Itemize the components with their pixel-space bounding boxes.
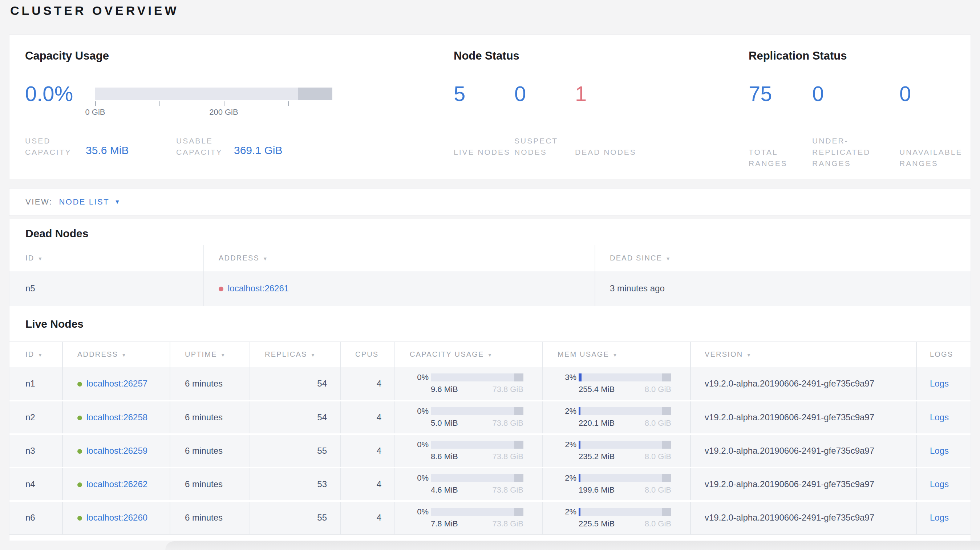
capacity-percent-value: 0.0% <box>25 83 87 105</box>
mem-percent: 2% <box>558 473 576 483</box>
capacity-mini-reserved <box>514 441 524 449</box>
capacity-usage-cell: 0% 5.0 MiB 73.8 GiB <box>395 401 542 434</box>
live-nodes-heading: Live Nodes <box>10 306 970 342</box>
capacity-total-value: 73.8 GiB <box>492 385 523 394</box>
logs-cell: Logs <box>916 401 970 434</box>
logs-link[interactable]: Logs <box>930 378 949 388</box>
capacity-usage-cell: 0% 7.8 MiB 73.8 GiB <box>395 501 542 534</box>
axis-tick <box>95 101 96 106</box>
view-label: VIEW: <box>25 197 52 207</box>
logs-link[interactable]: Logs <box>930 479 949 489</box>
live-node-row: n2 localhost:26258 6 minutes 54 4 0% 5.0… <box>10 401 970 434</box>
dead-col-address[interactable]: ADDRESS▼ <box>204 245 595 271</box>
node-id-cell: n2 <box>10 401 62 434</box>
replication-status-values: 75 0 0 <box>749 83 911 105</box>
mem-total-value: 8.0 GiB <box>645 485 671 495</box>
node-status-values: 5 0 1 <box>454 83 587 105</box>
capacity-gauge: 0.0% 0 GiB 200 GiB <box>25 83 332 105</box>
mem-mini-bar <box>579 441 671 449</box>
sort-icon: ▼ <box>665 256 671 262</box>
mem-mini-reserved <box>662 474 671 482</box>
capacity-percent: 0% <box>410 507 429 517</box>
node-address-cell: localhost:26262 <box>62 467 170 501</box>
usable-capacity-value: 369.1 GiB <box>234 144 282 158</box>
mem-total-value: 8.0 GiB <box>645 418 671 428</box>
mem-mini-bar <box>579 374 671 382</box>
logs-link[interactable]: Logs <box>930 513 949 522</box>
node-address-cell: localhost:26258 <box>62 401 170 434</box>
capacity-total-value: 73.8 GiB <box>492 519 523 529</box>
node-id-cell: n6 <box>10 501 62 534</box>
under-replicated-ranges-count: 0 <box>812 83 899 105</box>
node-id-cell: n5 <box>10 271 204 306</box>
capacity-used-value: 4.6 MiB <box>431 485 458 495</box>
mem-mini-reserved <box>662 441 671 449</box>
version-cell: v19.2.0-alpha.20190606-2491-gfe735c9a97 <box>690 367 916 401</box>
total-ranges-count: 75 <box>749 83 812 105</box>
node-address-link[interactable]: localhost:26259 <box>86 446 148 456</box>
capacity-percent: 0% <box>410 373 429 382</box>
sort-icon: ▼ <box>746 352 752 358</box>
live-col-memory[interactable]: MEM USAGE▼ <box>542 342 690 367</box>
live-status-dot-icon <box>77 449 82 454</box>
live-col-capacity[interactable]: CAPACITY USAGE▼ <box>395 342 542 367</box>
usable-capacity-label: USABLE CAPACITY <box>176 135 234 158</box>
node-address-link[interactable]: localhost:26261 <box>228 283 289 293</box>
uptime-cell: 6 minutes <box>170 367 250 401</box>
replicas-cell: 55 <box>250 434 340 467</box>
mem-mini-bar <box>579 508 671 516</box>
node-address-cell: localhost:26260 <box>62 501 170 534</box>
axis-tick <box>224 101 224 106</box>
capacity-usage-cell: 0% 8.6 MiB 73.8 GiB <box>395 434 542 467</box>
replication-status-heading: Replication Status <box>749 49 847 62</box>
mem-percent: 2% <box>558 407 576 416</box>
uptime-cell: 6 minutes <box>170 467 250 501</box>
overview-summary-card: Capacity Usage 0.0% 0 GiB 200 GiB <box>9 35 971 179</box>
node-id-cell: n4 <box>10 467 62 501</box>
used-capacity-label: USED CAPACITY <box>25 135 86 158</box>
capacity-total-value: 73.8 GiB <box>492 418 523 428</box>
node-address-link[interactable]: localhost:26257 <box>86 378 148 388</box>
capacity-usage-cell: 0% 4.6 MiB 73.8 GiB <box>395 467 542 501</box>
cpus-cell: 4 <box>340 367 395 401</box>
live-node-row: n4 localhost:26262 6 minutes 53 4 0% 4.6… <box>10 467 970 501</box>
sort-icon: ▼ <box>221 352 226 358</box>
suspect-nodes-count: 0 <box>514 83 575 105</box>
live-col-replicas[interactable]: REPLICAS▼ <box>250 342 340 367</box>
node-address-cell: localhost:26257 <box>62 367 170 401</box>
dead-since-cell: 3 minutes ago <box>595 271 970 306</box>
mem-mini-bar <box>579 407 671 415</box>
node-address-link[interactable]: localhost:26258 <box>86 412 148 422</box>
live-col-address[interactable]: ADDRESS▼ <box>62 342 170 367</box>
live-col-version[interactable]: VERSION▼ <box>690 342 916 367</box>
live-status-dot-icon <box>77 516 82 521</box>
mem-usage-cell: 2% 199.6 MiB 8.0 GiB <box>542 467 690 501</box>
replication-status-section: Replication Status 75 0 0 TOTAL RANGES U… <box>740 35 968 179</box>
logs-link[interactable]: Logs <box>930 412 949 422</box>
dead-col-id[interactable]: ID▼ <box>10 245 204 271</box>
nodes-tables-panel: Dead Nodes ID▼ ADDRESS▼ DEAD SINCE▼ n5 l… <box>9 219 971 540</box>
version-cell: v19.2.0-alpha.20190606-2491-gfe735c9a97 <box>690 467 916 501</box>
mem-mini-fill <box>579 474 581 482</box>
live-nodes-header-row: ID▼ ADDRESS▼ UPTIME▼ REPLICAS▼ CPUS CAPA… <box>10 342 970 367</box>
cluster-overview-page: CLUSTER OVERVIEW Capacity Usage 0.0% 0 G… <box>0 0 980 550</box>
axis-tick-label-0: 0 GiB <box>85 108 105 117</box>
logs-link[interactable]: Logs <box>930 446 949 456</box>
node-address-link[interactable]: localhost:26262 <box>86 479 148 489</box>
live-node-row: n3 localhost:26259 6 minutes 55 4 0% 8.6… <box>10 434 970 467</box>
dead-col-dead-since[interactable]: DEAD SINCE▼ <box>595 245 970 271</box>
axis-tick <box>288 101 289 106</box>
live-nodes-count: 5 <box>454 83 514 105</box>
live-nodes-label: LIVE NODES <box>454 146 514 158</box>
node-address-link[interactable]: localhost:26260 <box>86 513 148 522</box>
page-title: CLUSTER OVERVIEW <box>10 4 179 18</box>
mem-total-value: 8.0 GiB <box>645 385 671 394</box>
live-col-uptime[interactable]: UPTIME▼ <box>170 342 250 367</box>
mem-used-value: 255.4 MiB <box>579 385 614 394</box>
live-col-id[interactable]: ID▼ <box>10 342 62 367</box>
replicas-cell: 53 <box>250 467 340 501</box>
logs-cell: Logs <box>916 501 970 534</box>
view-dropdown[interactable]: NODE LIST ▼ <box>59 197 121 207</box>
suspect-nodes-label: SUSPECT NODES <box>514 135 575 158</box>
cpus-cell: 4 <box>340 501 395 534</box>
